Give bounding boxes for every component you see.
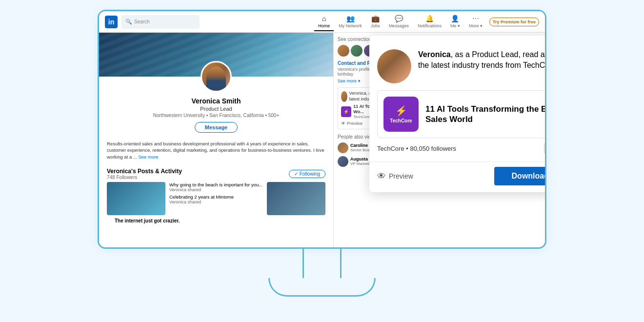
nav-label-more: More ▾ <box>469 23 483 28</box>
nav-label-messaging: Messages <box>389 23 409 28</box>
nav-items: ⌂ Home 👥 My Network 💼 Jobs 💬 Messages <box>314 13 539 31</box>
profile-name: Veronica Smith <box>107 97 325 105</box>
nav-label-network: My Network <box>339 23 362 28</box>
post-items: Why going to the beach is important for … <box>169 182 263 215</box>
post-1-title: Why going to the beach is important for … <box>169 182 263 187</box>
post-1-sub: Veronica shared <box>169 187 263 192</box>
profile-title: Product Lead <box>107 106 325 112</box>
posts-title: Veronica's Posts & Activity <box>107 168 182 175</box>
posts-title-group: Veronica's Posts & Activity 748 Follower… <box>107 168 182 180</box>
messaging-icon: 💬 <box>395 15 403 22</box>
nav-label-me: Me ▾ <box>450 23 460 28</box>
ad-headline: Veronica, as a Product Lead, read about … <box>418 49 546 70</box>
person-avatar-1 <box>338 142 348 153</box>
nav-item-home[interactable]: ⌂ Home <box>314 13 334 31</box>
try-premium-btn[interactable]: Try Premium for free <box>489 18 539 26</box>
search-icon: 🔍 <box>125 19 132 25</box>
notifications-icon: 🔔 <box>425 15 434 22</box>
message-button[interactable]: Message <box>195 122 238 133</box>
preview-action[interactable]: 👁 Preview <box>377 171 413 181</box>
see-more-link[interactable]: See more <box>138 154 158 160</box>
posts-grid: Why going to the beach is important for … <box>107 182 325 215</box>
pdf-badge: PDF <box>544 143 546 154</box>
ad-top-bar: Ad <box>369 36 546 45</box>
ad-card-meta-row: TechCore • 80,050 followers PDF <box>369 143 546 161</box>
monitor-screen: in 🔍 Search ⌂ Home 👥 My Network 💼 <box>98 10 546 249</box>
profile-bio: Results-oriented sales and business deve… <box>99 141 333 164</box>
nav-label-notifications: Notifications <box>418 23 442 28</box>
monitor-stand-base <box>268 278 376 297</box>
monitor-stand-neck <box>302 249 342 278</box>
post-bottom-title: The internet just got crazier. <box>107 215 325 226</box>
ad-overlay-popup: Ad Veronica, as a Product Lead, read abo… <box>369 36 546 192</box>
nav-item-me[interactable]: 👤 Me ▾ <box>446 13 464 31</box>
profile-meta: Northwestern University • San Francisco,… <box>107 113 325 118</box>
profile-background <box>99 33 333 77</box>
ad-card-text: 11 AI Tools Transforming the B2B Sales W… <box>425 104 546 125</box>
search-placeholder: Search <box>134 19 150 24</box>
preview-eye-icon: 👁 <box>341 121 345 126</box>
sidebar-preview-label: Preview <box>347 121 362 126</box>
nav-item-network[interactable]: 👥 My Network <box>335 13 366 31</box>
nav-item-notifications[interactable]: 🔔 Notifications <box>414 13 445 31</box>
ad-person-avatar <box>377 49 411 83</box>
home-icon: ⌂ <box>322 15 326 22</box>
more-icon: ⋯ <box>472 15 479 22</box>
nav-label-jobs: Jobs <box>371 23 380 28</box>
network-icon: 👥 <box>346 15 355 22</box>
following-button[interactable]: ✓ Following <box>289 170 325 178</box>
linkedin-logo: in <box>105 16 118 28</box>
me-icon: 👤 <box>451 15 459 22</box>
ad-card-meta-text: TechCore • 80,050 followers <box>377 145 456 152</box>
techcore-bolt-icon: ⚡ <box>395 105 407 117</box>
post-2-sub: Veronica shared <box>169 200 263 204</box>
techcore-logo: ⚡ TechCore <box>383 97 419 132</box>
monitor-wrapper: in 🔍 Search ⌂ Home 👥 My Network 💼 <box>54 10 590 312</box>
post-2-title: Celebrating 2 years at Mintome <box>169 194 263 200</box>
profile-section: Veronica Smith Product Lead Northwestern… <box>99 33 333 247</box>
posts-header: Veronica's Posts & Activity 748 Follower… <box>107 168 325 180</box>
post-image-1 <box>107 182 165 215</box>
profile-avatar <box>201 61 232 92</box>
download-button[interactable]: Download <box>494 167 546 185</box>
ad-card: ⚡ TechCore 11 AI Tools Transforming the … <box>377 90 546 138</box>
person-avatar-2 <box>338 156 348 167</box>
nav-item-messaging[interactable]: 💬 Messages <box>385 13 413 31</box>
sidebar-ad-avatar <box>341 91 347 102</box>
post-item-1: Why going to the beach is important for … <box>169 182 263 192</box>
preview-label: Preview <box>389 172 413 180</box>
posts-section: Veronica's Posts & Activity 748 Follower… <box>99 164 333 230</box>
nav-label-home: Home <box>318 23 330 28</box>
avatar-figure <box>206 66 226 91</box>
ad-actions: 👁 Preview Download <box>369 161 546 192</box>
linkedin-navbar: in 🔍 Search ⌂ Home 👥 My Network 💼 <box>99 11 545 33</box>
ad-card-title: 11 AI Tools Transforming the B2B Sales W… <box>425 104 546 125</box>
nav-item-jobs[interactable]: 💼 Jobs <box>367 13 384 31</box>
sidebar-techcore-logo: ⚡ <box>341 106 351 117</box>
techcore-name-label: TechCore <box>390 118 412 123</box>
connection-avatar-2 <box>351 45 362 57</box>
ad-main-content: Veronica, as a Product Lead, read about … <box>369 45 546 90</box>
connection-avatar-1 <box>338 45 349 57</box>
post-image-2 <box>267 182 325 215</box>
preview-eye-icon: 👁 <box>377 171 386 181</box>
nav-item-more[interactable]: ⋯ More ▾ <box>465 13 486 31</box>
ad-headline-name: Veronica <box>418 50 451 59</box>
jobs-icon: 💼 <box>371 15 380 22</box>
post-item-2: Celebrating 2 years at Mintome Veronica … <box>169 194 263 204</box>
followers-count: 748 Followers <box>107 175 182 180</box>
search-bar[interactable]: 🔍 Search <box>121 15 200 29</box>
profile-meta-text: Northwestern University • San Francisco,… <box>153 113 280 118</box>
